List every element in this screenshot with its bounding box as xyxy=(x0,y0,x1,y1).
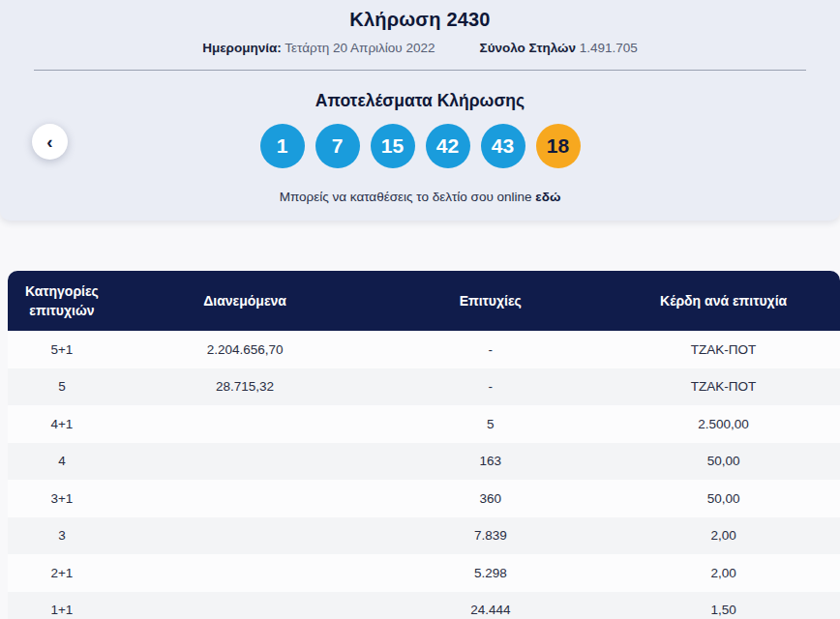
prize-cell-distributed xyxy=(116,480,375,517)
column-header-categories: Κατηγορίες επιτυχιών xyxy=(8,271,116,331)
online-submit-text-body: Μπορείς να καταθέσεις το δελτίο σου onli… xyxy=(280,190,532,204)
prize-cell-winnings: 50,00 xyxy=(607,480,840,517)
prize-cell-winnings: ΤΖΑΚ-ΠΟΤ xyxy=(607,331,840,368)
online-submit-text: Μπορείς να καταθέσεις το δελτίο σου onli… xyxy=(0,190,840,204)
prize-cell-category: 2+1 xyxy=(8,554,116,592)
prize-cell-category: 3+1 xyxy=(8,480,116,517)
online-submit-link[interactable]: εδώ xyxy=(535,190,560,204)
prize-cell-category: 4+1 xyxy=(8,405,116,443)
column-header-winnings: Κέρδη ανά επιτυχία xyxy=(607,271,840,331)
prize-cell-winners: 7.839 xyxy=(374,517,607,555)
prize-cell-category: 3 xyxy=(8,517,116,555)
prize-cell-distributed xyxy=(116,554,375,592)
prize-cell-distributed xyxy=(116,592,375,619)
prize-cell-winners: 163 xyxy=(374,443,607,481)
drawn-number-ball: 42 xyxy=(426,124,470,168)
total-columns-value: 1.491.705 xyxy=(580,41,638,55)
prize-row: 3+136050,00 xyxy=(8,480,840,517)
drawn-number-ball: 15 xyxy=(371,124,415,168)
previous-draw-button[interactable] xyxy=(32,124,68,160)
column-header-distributed: Διανεμόμενα xyxy=(116,271,375,331)
prize-cell-winnings: 50,00 xyxy=(607,443,840,481)
draw-summary-panel: Κλήρωση 2430 Ημερομηνία: Τετάρτη 20 Απρι… xyxy=(0,0,840,221)
prize-cell-winnings: 2.500,00 xyxy=(607,405,840,443)
prize-cell-distributed: 2.204.656,70 xyxy=(116,331,375,368)
prize-row: 37.8392,00 xyxy=(8,517,840,555)
drawn-numbers-row: 1715424318 xyxy=(0,124,840,168)
prize-cell-winnings: 2,00 xyxy=(607,554,840,592)
prize-cell-winnings: 1,50 xyxy=(607,592,840,619)
prize-cell-winners: 5 xyxy=(374,405,607,443)
prize-row: 528.715,32-ΤΖΑΚ-ΠΟΤ xyxy=(8,368,840,406)
prize-cell-category: 1+1 xyxy=(8,592,116,619)
prize-cell-category: 5+1 xyxy=(8,331,116,368)
draw-date-value: Τετάρτη 20 Απριλίου 2022 xyxy=(285,41,435,55)
prize-cell-distributed xyxy=(116,443,375,481)
prize-row: 416350,00 xyxy=(8,443,840,481)
draw-meta: Ημερομηνία: Τετάρτη 20 Απριλίου 2022 Σύν… xyxy=(0,41,840,55)
drawn-number-ball: 1 xyxy=(260,124,305,168)
total-columns-label: Σύνολο Στηλών xyxy=(480,41,576,55)
page-title: Κλήρωση 2430 xyxy=(0,0,840,31)
drawn-number-ball: 7 xyxy=(315,124,360,168)
prize-cell-category: 4 xyxy=(8,443,116,481)
draw-date-label: Ημερομηνία: xyxy=(202,41,282,55)
divider xyxy=(34,70,806,71)
prize-row: 2+15.2982,00 xyxy=(8,554,840,592)
prize-cell-winnings: ΤΖΑΚ-ΠΟΤ xyxy=(607,368,840,406)
total-columns: Σύνολο Στηλών 1.491.705 xyxy=(480,41,638,55)
drawn-number-ball: 43 xyxy=(481,124,525,168)
prize-cell-winners: - xyxy=(374,331,607,368)
prize-cell-distributed xyxy=(116,517,375,555)
prize-row: 1+124.4441,50 xyxy=(8,592,840,619)
results-title: Αποτελέσματα Κλήρωσης xyxy=(0,91,840,111)
prize-cell-winnings: 2,00 xyxy=(607,517,840,555)
table-header-row: Κατηγορίες επιτυχιών Διανεμόμενα Επιτυχί… xyxy=(8,271,840,331)
prize-cell-category: 5 xyxy=(8,368,116,406)
prize-cell-winners: 360 xyxy=(374,480,607,517)
prize-cell-distributed: 28.715,32 xyxy=(116,368,375,406)
prize-cell-distributed xyxy=(116,405,375,443)
column-header-winners: Επιτυχίες xyxy=(374,271,607,331)
draw-date: Ημερομηνία: Τετάρτη 20 Απριλίου 2022 xyxy=(202,41,435,55)
prize-row: 5+12.204.656,70-ΤΖΑΚ-ΠΟΤ xyxy=(8,331,840,368)
prize-cell-winners: 24.444 xyxy=(374,592,607,619)
chevron-left-icon xyxy=(46,133,52,151)
prize-cell-winners: 5.298 xyxy=(374,554,607,592)
prize-cell-winners: - xyxy=(374,368,607,406)
prize-row: 4+152.500,00 xyxy=(8,405,840,443)
bonus-number-ball: 18 xyxy=(536,124,581,168)
prize-table: Κατηγορίες επιτυχιών Διανεμόμενα Επιτυχί… xyxy=(8,271,840,619)
